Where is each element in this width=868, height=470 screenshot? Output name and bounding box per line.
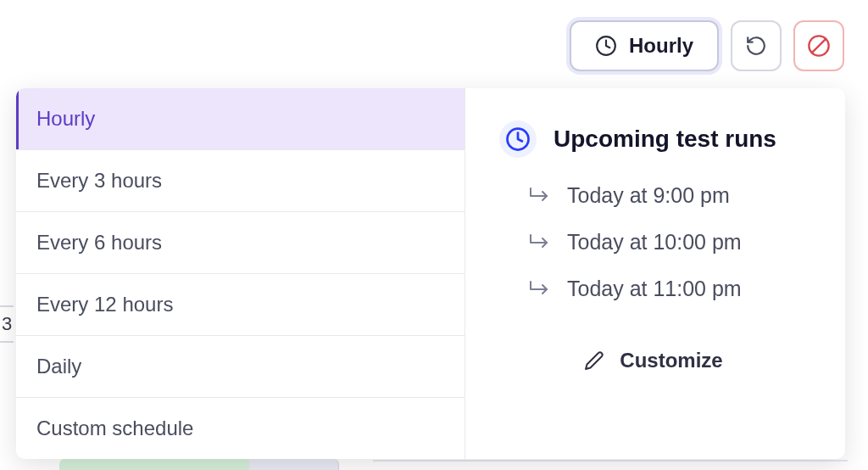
run-time-label: Today at 10:00 pm — [567, 230, 742, 255]
schedule-frequency-button[interactable]: Hourly — [570, 20, 719, 71]
clock-icon — [499, 120, 537, 158]
upcoming-run-item: Today at 10:00 pm — [499, 230, 808, 255]
run-time-label: Today at 11:00 pm — [567, 277, 742, 301]
run-time-label: Today at 9:00 pm — [567, 183, 730, 208]
arrow-return-icon — [528, 186, 552, 206]
toolbar: Hourly — [570, 20, 844, 71]
option-label: Every 6 hours — [36, 231, 162, 254]
frequency-option-custom[interactable]: Custom schedule — [16, 398, 465, 459]
upcoming-run-item: Today at 9:00 pm — [499, 183, 808, 208]
background-strip — [59, 458, 339, 470]
schedule-frequency-label: Hourly — [629, 34, 693, 58]
option-label: Daily — [36, 355, 81, 378]
background-strip — [373, 460, 848, 470]
frequency-option-12hours[interactable]: Every 12 hours — [16, 274, 465, 336]
svg-line-2 — [812, 39, 826, 53]
option-label: Every 3 hours — [36, 169, 162, 192]
cancel-button[interactable] — [793, 20, 844, 71]
schedule-dropdown-panel: Hourly Every 3 hours Every 6 hours Every… — [16, 88, 845, 459]
undo-icon — [745, 35, 767, 57]
pencil-icon — [584, 350, 604, 371]
option-label: Custom schedule — [36, 417, 193, 439]
option-label: Every 12 hours — [36, 293, 173, 316]
arrow-return-icon — [528, 232, 552, 253]
frequency-option-list: Hourly Every 3 hours Every 6 hours Every… — [16, 88, 465, 459]
frequency-option-hourly[interactable]: Hourly — [16, 88, 465, 150]
clock-icon — [595, 35, 617, 57]
customize-button[interactable]: Customize — [499, 344, 808, 378]
upcoming-run-item: Today at 11:00 pm — [499, 277, 808, 301]
upcoming-run-list: Today at 9:00 pm Today at 10:00 pm — [499, 183, 808, 301]
option-label: Hourly — [36, 107, 95, 130]
reset-button[interactable] — [731, 20, 782, 71]
frequency-option-daily[interactable]: Daily — [16, 336, 465, 398]
preview-title: Upcoming test runs — [554, 126, 776, 153]
customize-label: Customize — [620, 349, 722, 372]
preview-header: Upcoming test runs — [499, 120, 808, 158]
cancel-icon — [807, 34, 831, 58]
background-row-number: 3 — [0, 305, 14, 343]
frequency-option-3hours[interactable]: Every 3 hours — [16, 150, 465, 212]
upcoming-runs-panel: Upcoming test runs Today at 9:00 pm — [465, 88, 845, 459]
frequency-option-6hours[interactable]: Every 6 hours — [16, 212, 465, 274]
arrow-return-icon — [528, 279, 552, 299]
